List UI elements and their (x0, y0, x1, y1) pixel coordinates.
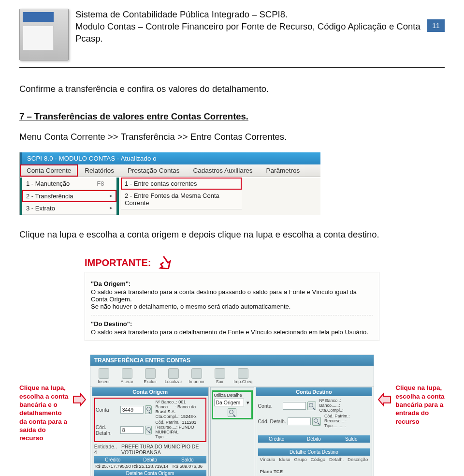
btn-inserir[interactable]: Inserir (93, 368, 115, 384)
input-conta-origem[interactable]: 3449 (120, 406, 144, 414)
section-heading: 7 – Transferências de valores entre Cont… (19, 111, 445, 122)
paragraph-confirm: Confirme a transferência e confira os va… (19, 83, 445, 96)
arrow-down-icon (156, 256, 172, 269)
select-utiliza-detalhe[interactable]: Da Origem (214, 399, 244, 406)
menu-extrato[interactable]: 3 - Extrato (22, 202, 116, 215)
menu-parametros[interactable]: Parâmetros (259, 164, 306, 177)
toolbar: Inserir Alterar Excluir Localizar Imprim… (90, 366, 374, 387)
submenu-entre-contas[interactable]: 1 - Entre contas correntes (121, 178, 242, 190)
arrow-right-icon (72, 355, 86, 409)
page-number: 11 (427, 19, 445, 32)
panel-conta-origem: Conta Origem Conta3449 Nº Banco..: 001 B… (92, 387, 209, 476)
book-icon (19, 9, 69, 60)
callout-right: Clique na lupa, escolha a conta bancária… (395, 355, 445, 425)
importante-title: IMPORTANTE: (85, 257, 151, 268)
header-title: Sistema de Contabilidade Pública Integra… (75, 9, 420, 21)
menu-manutencao[interactable]: 1 - ManutençãoF8 (22, 178, 116, 190)
input-conta-destino[interactable] (283, 402, 306, 410)
submenu-transferencia: 1 - Entre contas correntes 2 - Entre Fon… (121, 178, 242, 215)
window-title-2: TRANSFERÊNCIA ENTRE CONTAS (90, 355, 374, 366)
screenshot-menu: SCPI 8.0 - MODULO CONTAS - Atualizado o … (19, 152, 320, 215)
input-cod-detalh-origem[interactable]: 8 (120, 426, 144, 434)
btn-excluir[interactable]: Excluir (140, 368, 161, 384)
input-cod-detalh-destino[interactable] (288, 417, 311, 425)
dropdown-conta-corrente: 1 - ManutençãoF8 2 - Transferência 3 - E… (22, 178, 116, 215)
importante-box: IMPORTANTE: "Da Origem": O saldo será tr… (85, 256, 379, 341)
menu-conta-corrente[interactable]: Conta Corrente (20, 164, 78, 177)
header-subtitle: Modulo Contas – Controle Financeiro por … (75, 21, 420, 45)
btn-imprimir[interactable]: Imprimir (186, 368, 207, 384)
lupa-conta-destino-icon[interactable] (307, 402, 316, 410)
callout-left: Clique na lupa, escolha a conta bancária… (19, 355, 69, 442)
page-header: Sistema de Contabilidade Pública Integra… (19, 9, 445, 60)
window-title: SCPI 8.0 - MODULO CONTAS - Atualizado o (20, 152, 320, 164)
arrow-left-icon (378, 355, 392, 409)
imp-t1: O saldo será transferido para a conta de… (91, 288, 357, 303)
panel-utiliza-detalhe: Utiliza Detalhe Da Origem▾ (210, 387, 254, 476)
chevron-down-icon[interactable]: ▾ (246, 400, 250, 405)
imp-t1b: Se não houver o detalhamento, o mesmo se… (91, 303, 290, 310)
paragraph-lupa: Clique na lupa e escolha a conta origem … (19, 228, 445, 241)
lupa-conta-origem-icon[interactable] (145, 405, 152, 414)
panel-conta-destino: Conta Destino Conta Nº Banco..: Banco...… (256, 387, 373, 476)
imp-h1: "Da Origem": (91, 280, 373, 287)
btn-localizar[interactable]: Localizar (163, 368, 184, 384)
menu-prestacao[interactable]: Prestação Contas (121, 164, 186, 177)
imp-t2: O saldo será transferido para o detalham… (91, 328, 368, 336)
btn-sair[interactable]: Sair (209, 368, 231, 384)
menu-bar: Conta Corrente Relatórios Prestação Cont… (20, 164, 320, 177)
menu-cadastros[interactable]: Cadastros Auxiliares (186, 164, 259, 177)
lupa-middle-icon[interactable] (228, 408, 236, 417)
btn-alterar[interactable]: Alterar (116, 368, 138, 384)
divider (19, 67, 445, 68)
lupa-detalh-origem-icon[interactable] (145, 426, 152, 434)
submenu-entre-fontes[interactable]: 2 - Entre Fontes da Mesma Conta Corrente (121, 190, 242, 209)
imp-h2: "Do Destino": (91, 320, 373, 327)
screenshot-transferencia: TRANSFERÊNCIA ENTRE CONTAS Inserir Alter… (90, 355, 375, 476)
lupa-detalh-destino-icon[interactable] (312, 417, 321, 426)
menu-relatorios[interactable]: Relatórios (78, 164, 121, 177)
menu-transferencia[interactable]: 2 - Transferência (22, 190, 116, 202)
paragraph-menu-path: Menu Conta Corrente >> Transferência >> … (19, 131, 445, 144)
btn-imp-cheq[interactable]: Imp.Cheq (232, 368, 254, 384)
